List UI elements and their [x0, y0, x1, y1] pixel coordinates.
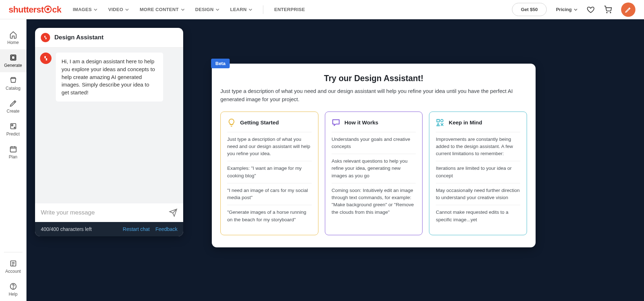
svg-point-10	[13, 288, 13, 288]
svg-point-0	[606, 12, 607, 13]
sidebar-item-label: Catalog	[6, 86, 20, 91]
home-icon	[9, 31, 17, 39]
restart-chat-link[interactable]: Restart chat	[123, 226, 150, 232]
catalog-icon	[9, 77, 17, 84]
app: Home Generate Catalog Create Predict Pla…	[0, 19, 644, 301]
card-title: How it Works	[345, 119, 379, 125]
avatar[interactable]	[621, 3, 635, 17]
chat-title: Design Assistant	[54, 34, 103, 41]
card-keep-in-mind: Keep in Mind Improvements are constantly…	[429, 112, 527, 235]
card-how-it-works: How it Works Understands your goals and …	[325, 112, 423, 235]
svg-point-1	[610, 12, 611, 13]
sidebar-item-label: Predict	[6, 132, 20, 137]
chat-message: Hi, I am a design assistant here to help…	[56, 53, 163, 102]
pencil-icon	[625, 6, 632, 13]
card-title: Keep in Mind	[449, 119, 482, 125]
nav-pricing[interactable]: Pricing	[556, 7, 577, 12]
chat-footer: 400/400 characters left Restart chat Fee…	[35, 222, 183, 236]
card-item: Cannot make requested edits to a specifi…	[436, 205, 520, 227]
send-icon	[169, 208, 177, 217]
sidebar-item-generate[interactable]: Generate	[0, 49, 26, 72]
chevron-down-icon	[94, 8, 97, 11]
svg-rect-11	[437, 119, 439, 122]
sidebar-item-create[interactable]: Create	[0, 95, 26, 118]
nav-divider	[263, 5, 263, 14]
card-item: May occasionally need further direction …	[436, 183, 520, 205]
lightbulb-icon	[227, 118, 236, 127]
card-item: Understands your goals and creative conc…	[332, 132, 416, 154]
brand-badge-icon	[41, 33, 50, 42]
chat-input-row	[35, 203, 183, 222]
workspace: Design Assistant Hi, I am a design assis…	[26, 19, 644, 301]
chat-header: Design Assistant	[35, 28, 183, 48]
nav-images[interactable]: IMAGES	[73, 7, 97, 12]
sidebar-item-plan[interactable]: Plan	[0, 141, 26, 164]
card-item: Just type a description of what you need…	[227, 132, 312, 161]
info-title: Try our Design Assistant!	[220, 74, 527, 83]
send-button[interactable]	[169, 208, 177, 217]
sidebar-item-help[interactable]: Help	[0, 278, 26, 301]
chevron-down-icon	[574, 8, 577, 11]
nav-more-content[interactable]: MORE CONTENT	[140, 7, 184, 12]
chat-panel: Design Assistant Hi, I am a design assis…	[35, 28, 183, 236]
sidebar-item-home[interactable]: Home	[0, 26, 26, 49]
card-item: "Generate images of a horse running on t…	[227, 205, 312, 227]
svg-point-6	[14, 127, 15, 128]
generate-icon	[9, 54, 17, 61]
sidebar-item-label: Account	[5, 269, 21, 274]
info-cards: Getting Started Just type a description …	[220, 112, 527, 235]
chat-icon	[332, 118, 340, 127]
favorites-icon[interactable]	[587, 6, 595, 14]
feedback-link[interactable]: Feedback	[156, 226, 177, 232]
sidebar-item-predict[interactable]: Predict	[0, 118, 26, 141]
sidebar: Home Generate Catalog Create Predict Pla…	[0, 19, 26, 301]
chat-input[interactable]	[41, 209, 165, 216]
promo-button[interactable]: Get $50	[512, 3, 547, 16]
info-panel: Try our Design Assistant! Just type a de…	[212, 64, 536, 247]
sidebar-item-label: Home	[7, 40, 19, 45]
create-icon	[9, 99, 17, 107]
card-item: Asks relevant questions to help you refi…	[332, 154, 416, 183]
card-item: "I need an image of cars for my social m…	[227, 183, 312, 205]
chevron-down-icon	[181, 8, 185, 11]
card-item: Coming soon: Intuitively edit an image t…	[332, 183, 416, 219]
card-item: Examples: "I want an image for my cookin…	[227, 161, 312, 183]
svg-point-12	[441, 119, 443, 122]
account-icon	[9, 260, 17, 267]
sidebar-item-label: Help	[9, 292, 18, 297]
info-panel-wrap: Beta Try our Design Assistant! Just type…	[212, 64, 536, 247]
svg-rect-7	[10, 147, 16, 152]
card-getting-started: Getting Started Just type a description …	[220, 112, 318, 235]
assistant-avatar-icon	[40, 53, 52, 64]
sidebar-item-label: Generate	[4, 63, 22, 68]
sidebar-divider	[4, 252, 23, 252]
nav-learn[interactable]: LEARN	[230, 7, 252, 12]
logo[interactable]: shutterst⦿ck	[9, 5, 61, 15]
nav-items: IMAGES VIDEO MORE CONTENT DESIGN LEARN E…	[73, 5, 305, 14]
sidebar-item-label: Create	[6, 109, 19, 114]
chevron-down-icon	[125, 8, 129, 11]
nav-design[interactable]: DESIGN	[195, 7, 220, 12]
plan-icon	[9, 145, 17, 153]
info-desc: Just type a description of what you need…	[220, 87, 527, 104]
sidebar-item-catalog[interactable]: Catalog	[0, 72, 26, 95]
card-item: Improvements are constantly being added …	[436, 132, 520, 161]
card-item: Iterations are limited to your idea or c…	[436, 161, 520, 183]
chevron-down-icon	[216, 8, 219, 11]
shapes-icon	[436, 118, 444, 127]
chevron-down-icon	[249, 8, 252, 11]
svg-rect-5	[11, 124, 13, 126]
predict-icon	[9, 122, 17, 130]
chat-body: Hi, I am a design assistant here to help…	[35, 48, 183, 203]
svg-rect-3	[11, 56, 15, 59]
card-title: Getting Started	[240, 119, 279, 125]
beta-badge: Beta	[211, 59, 230, 68]
nav-enterprise[interactable]: ENTERPRISE	[274, 7, 305, 12]
sidebar-item-account[interactable]: Account	[0, 255, 26, 278]
cart-icon[interactable]	[604, 6, 612, 14]
topnav: shutterst⦿ck IMAGES VIDEO MORE CONTENT D…	[0, 0, 644, 19]
nav-video[interactable]: VIDEO	[108, 7, 129, 12]
sidebar-item-label: Plan	[9, 154, 17, 159]
help-icon	[9, 282, 17, 290]
char-counter: 400/400 characters left	[41, 226, 117, 232]
